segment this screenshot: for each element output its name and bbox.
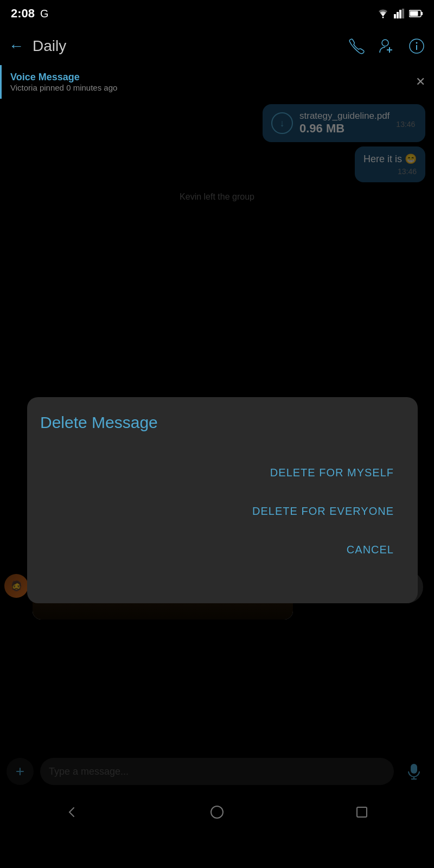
- info-icon[interactable]: [408, 37, 425, 55]
- status-bar: 2:08 G: [0, 0, 434, 27]
- nav-actions: [347, 37, 425, 55]
- status-right: [376, 9, 423, 18]
- dialog-title: Delete Message: [40, 413, 405, 432]
- delete-for-everyone-button[interactable]: DELETE FOR EVERYONE: [40, 492, 405, 531]
- battery-icon: [409, 10, 423, 17]
- signal-icon: [394, 9, 405, 18]
- svg-rect-6: [421, 12, 423, 15]
- svg-rect-1: [394, 14, 396, 18]
- cancel-button[interactable]: CANCEL: [40, 531, 405, 569]
- delete-for-myself-button[interactable]: DELETE FOR MYSELF: [40, 454, 405, 492]
- pinned-title: Voice Message: [10, 72, 117, 83]
- svg-rect-4: [402, 9, 404, 18]
- chat-area: ↓ strategy_guideline.pdf 0.96 MB 13:46 H…: [0, 99, 434, 831]
- add-member-icon[interactable]: [378, 37, 395, 55]
- status-left: 2:08 G: [11, 7, 49, 21]
- svg-point-0: [382, 17, 384, 18]
- chat-title: Daily: [33, 37, 339, 55]
- back-button[interactable]: ←: [9, 37, 24, 55]
- call-icon[interactable]: [347, 37, 365, 55]
- svg-point-13: [416, 42, 418, 44]
- pinned-close-button[interactable]: ✕: [416, 75, 425, 89]
- svg-rect-2: [397, 12, 399, 18]
- wifi-icon: [376, 9, 390, 18]
- status-time: 2:08: [11, 7, 35, 21]
- svg-rect-7: [410, 11, 418, 16]
- pinned-banner: Voice Message Victoria pinned 0 minutes …: [0, 65, 434, 99]
- status-app-icon: G: [40, 8, 49, 20]
- nav-bar: ← Daily: [0, 27, 434, 65]
- delete-message-dialog: Delete Message DELETE FOR MYSELF DELETE …: [27, 397, 418, 603]
- svg-rect-3: [399, 10, 401, 18]
- pinned-subtitle: Victoria pinned 0 minutes ago: [10, 83, 117, 92]
- svg-point-8: [382, 40, 388, 46]
- dialog-buttons: DELETE FOR MYSELF DELETE FOR EVERYONE CA…: [40, 454, 405, 569]
